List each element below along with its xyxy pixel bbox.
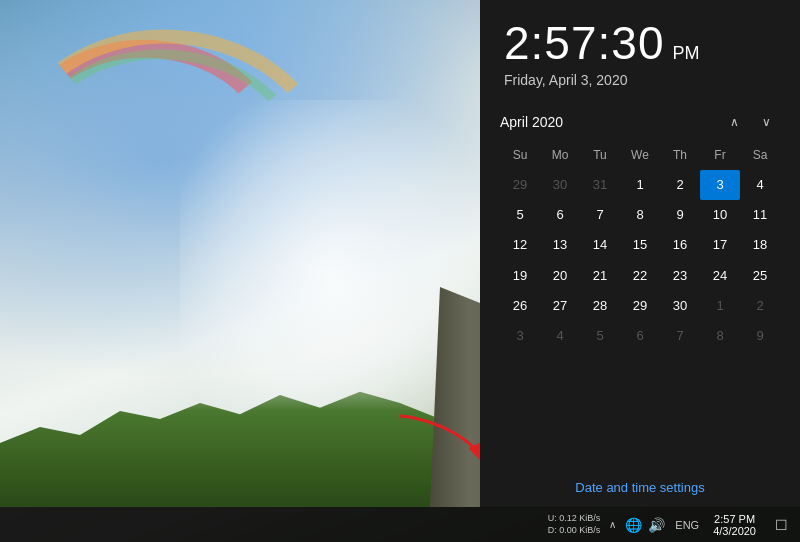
calendar-day[interactable]: 9: [740, 321, 780, 351]
day-header-we: We: [620, 144, 660, 166]
calendar-day[interactable]: 16: [660, 230, 700, 260]
taskbar-right: U: 0.12 KiB/s D: 0.00 KiB/s ∧ 🌐 🔊 ENG 2:…: [544, 507, 800, 542]
calendar-day[interactable]: 28: [580, 291, 620, 321]
calendar-day[interactable]: 18: [740, 230, 780, 260]
taskbar-time: 2:57 PM: [714, 513, 755, 525]
calendar-popup: 2:57:30 PM Friday, April 3, 2020 April 2…: [480, 0, 800, 508]
calendar-day[interactable]: 21: [580, 261, 620, 291]
clock-ampm: PM: [672, 43, 699, 64]
calendar-day[interactable]: 25: [740, 261, 780, 291]
calendar-next-button[interactable]: ∨: [752, 108, 780, 136]
day-headers: Su Mo Tu We Th Fr Sa: [500, 144, 780, 166]
time-display: 2:57:30 PM: [504, 20, 776, 68]
clock-time: 2:57:30: [504, 20, 664, 66]
calendar-day[interactable]: 3: [500, 321, 540, 351]
calendar-day[interactable]: 29: [500, 170, 540, 200]
calendar-day[interactable]: 10: [700, 200, 740, 230]
network-download: D: 0.00 KiB/s: [548, 525, 601, 537]
calendar-day[interactable]: 7: [580, 200, 620, 230]
calendar-day[interactable]: 5: [500, 200, 540, 230]
taskbar-system-icons: 🌐 🔊: [621, 517, 669, 533]
calendar-day[interactable]: 11: [740, 200, 780, 230]
calendar-day[interactable]: 17: [700, 230, 740, 260]
calendar-day[interactable]: 2: [660, 170, 700, 200]
volume-icon[interactable]: 🔊: [648, 517, 665, 533]
calendar-day[interactable]: 1: [700, 291, 740, 321]
calendar-day[interactable]: 20: [540, 261, 580, 291]
calendar-day[interactable]: 14: [580, 230, 620, 260]
taskbar-notification-icon[interactable]: ☐: [766, 507, 796, 542]
calendar-prev-button[interactable]: ∧: [720, 108, 748, 136]
calendar-day[interactable]: 19: [500, 261, 540, 291]
taskbar: U: 0.12 KiB/s D: 0.00 KiB/s ∧ 🌐 🔊 ENG 2:…: [0, 507, 800, 542]
day-header-tu: Tu: [580, 144, 620, 166]
clock-date: Friday, April 3, 2020: [504, 72, 776, 88]
calendar-day[interactable]: 12: [500, 230, 540, 260]
time-section: 2:57:30 PM Friday, April 3, 2020: [480, 0, 800, 100]
network-icon[interactable]: 🌐: [625, 517, 642, 533]
calendar-month-year[interactable]: April 2020: [500, 114, 563, 130]
calendar-day[interactable]: 4: [540, 321, 580, 351]
calendar-day[interactable]: 31: [580, 170, 620, 200]
calendar-nav: ∧ ∨: [720, 108, 780, 136]
calendar-day[interactable]: 30: [660, 291, 700, 321]
calendar-header: April 2020 ∧ ∨: [500, 108, 780, 136]
calendar-section: April 2020 ∧ ∨ Su Mo Tu We Th Fr Sa 2930…: [480, 100, 800, 470]
calendar-day[interactable]: 13: [540, 230, 580, 260]
calendar-day[interactable]: 24: [700, 261, 740, 291]
calendar-day[interactable]: 9: [660, 200, 700, 230]
day-header-su: Su: [500, 144, 540, 166]
taskbar-clock[interactable]: 2:57 PM 4/3/2020: [705, 507, 764, 542]
calendar-day[interactable]: 27: [540, 291, 580, 321]
calendar-day[interactable]: 8: [700, 321, 740, 351]
notification-bell-icon: ☐: [775, 517, 788, 533]
calendar-day[interactable]: 6: [620, 321, 660, 351]
taskbar-chevron-icon[interactable]: ∧: [606, 519, 619, 530]
calendar-day[interactable]: 4: [740, 170, 780, 200]
day-header-fr: Fr: [700, 144, 740, 166]
calendar-day[interactable]: 2: [740, 291, 780, 321]
settings-link-section: Date and time settings: [480, 470, 800, 508]
date-time-settings-link[interactable]: Date and time settings: [575, 480, 704, 495]
calendar-day[interactable]: 15: [620, 230, 660, 260]
calendar-days-grid: 2930311234567891011121314151617181920212…: [500, 170, 780, 351]
calendar-day[interactable]: 29: [620, 291, 660, 321]
calendar-grid: Su Mo Tu We Th Fr Sa 2930311234567891011…: [500, 144, 780, 351]
day-header-th: Th: [660, 144, 700, 166]
calendar-day[interactable]: 5: [580, 321, 620, 351]
calendar-day[interactable]: 6: [540, 200, 580, 230]
taskbar-network-stats: U: 0.12 KiB/s D: 0.00 KiB/s: [544, 511, 605, 538]
calendar-day[interactable]: 7: [660, 321, 700, 351]
network-upload: U: 0.12 KiB/s: [548, 513, 601, 525]
calendar-day[interactable]: 22: [620, 261, 660, 291]
day-header-sa: Sa: [740, 144, 780, 166]
taskbar-date: 4/3/2020: [713, 525, 756, 537]
calendar-day[interactable]: 1: [620, 170, 660, 200]
calendar-day[interactable]: 8: [620, 200, 660, 230]
taskbar-lang[interactable]: ENG: [671, 519, 703, 531]
calendar-day[interactable]: 26: [500, 291, 540, 321]
calendar-day[interactable]: 3: [700, 170, 740, 200]
calendar-day[interactable]: 30: [540, 170, 580, 200]
calendar-day[interactable]: 23: [660, 261, 700, 291]
day-header-mo: Mo: [540, 144, 580, 166]
